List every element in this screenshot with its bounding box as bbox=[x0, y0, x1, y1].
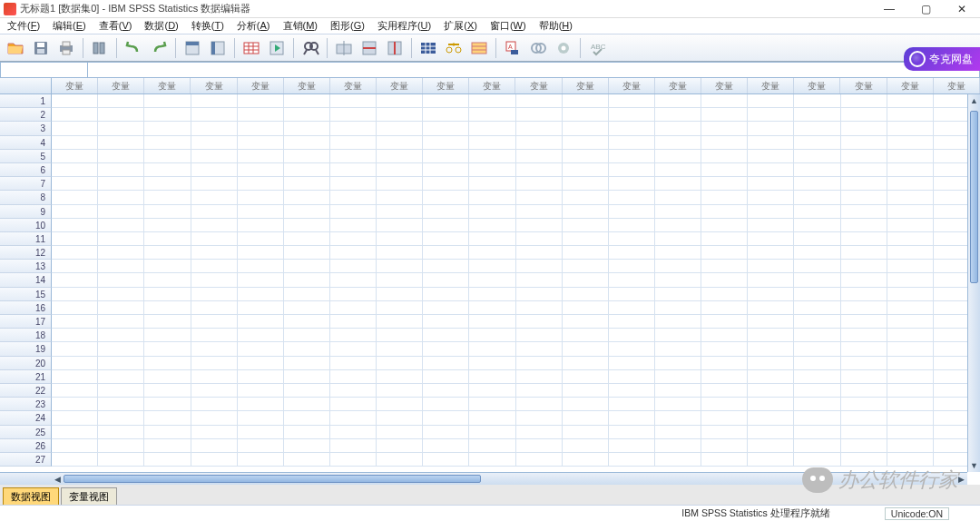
column-header[interactable]: 变量 bbox=[191, 78, 237, 93]
row-header[interactable]: 6 bbox=[0, 163, 52, 177]
data-cell[interactable] bbox=[191, 163, 238, 177]
data-cell[interactable] bbox=[144, 163, 191, 177]
data-cell[interactable] bbox=[887, 342, 934, 356]
data-cell[interactable] bbox=[748, 384, 794, 398]
data-cell[interactable] bbox=[191, 370, 238, 384]
data-cell[interactable] bbox=[330, 411, 377, 425]
data-cell[interactable] bbox=[469, 315, 515, 329]
data-cell[interactable] bbox=[98, 398, 144, 411]
data-cell[interactable] bbox=[98, 315, 144, 329]
data-cell[interactable] bbox=[377, 411, 423, 425]
data-cell[interactable] bbox=[191, 315, 238, 329]
data-cell[interactable] bbox=[191, 232, 238, 246]
data-cell[interactable] bbox=[609, 301, 655, 315]
data-cell[interactable] bbox=[469, 94, 515, 108]
data-cell[interactable] bbox=[144, 411, 191, 425]
data-cell[interactable] bbox=[191, 357, 238, 370]
data-cell[interactable] bbox=[794, 232, 840, 246]
data-cell[interactable] bbox=[191, 273, 238, 287]
data-cell[interactable] bbox=[423, 329, 469, 342]
select-cases-icon[interactable] bbox=[416, 37, 440, 59]
data-cell[interactable] bbox=[423, 94, 469, 108]
data-cell[interactable] bbox=[609, 411, 655, 425]
data-cell[interactable] bbox=[516, 301, 563, 315]
data-cell[interactable] bbox=[144, 94, 191, 108]
data-cell[interactable] bbox=[655, 426, 701, 439]
data-cell[interactable] bbox=[701, 384, 748, 398]
vertical-scrollbar[interactable]: ▲ ▼ bbox=[967, 94, 980, 472]
data-cell[interactable] bbox=[330, 260, 377, 273]
data-cell[interactable] bbox=[377, 108, 423, 122]
row-header[interactable]: 4 bbox=[0, 136, 52, 150]
data-cell[interactable] bbox=[609, 370, 655, 384]
data-cell[interactable] bbox=[563, 163, 609, 177]
data-cell[interactable] bbox=[144, 453, 191, 467]
data-cell[interactable] bbox=[563, 329, 609, 342]
data-cell[interactable] bbox=[469, 439, 515, 453]
data-cell[interactable] bbox=[655, 288, 701, 301]
data-cell[interactable] bbox=[52, 426, 98, 439]
data-cell[interactable] bbox=[191, 219, 238, 232]
data-cell[interactable] bbox=[423, 439, 469, 453]
data-cell[interactable] bbox=[144, 315, 191, 329]
data-cell[interactable] bbox=[144, 439, 191, 453]
data-cell[interactable] bbox=[516, 205, 563, 219]
data-cell[interactable] bbox=[748, 398, 794, 411]
data-cell[interactable] bbox=[563, 273, 609, 287]
menu-x[interactable]: 扩展(X) bbox=[438, 18, 483, 34]
data-cell[interactable] bbox=[98, 232, 144, 246]
data-cell[interactable] bbox=[655, 94, 701, 108]
column-header[interactable]: 变量 bbox=[934, 78, 980, 93]
data-cell[interactable] bbox=[377, 177, 423, 191]
data-cell[interactable] bbox=[887, 329, 934, 342]
data-cell[interactable] bbox=[377, 426, 423, 439]
data-cell[interactable] bbox=[841, 453, 887, 467]
data-cell[interactable] bbox=[52, 384, 98, 398]
maximize-button[interactable]: ▢ bbox=[907, 0, 944, 18]
data-cell[interactable] bbox=[748, 411, 794, 425]
column-header[interactable]: 变量 bbox=[840, 78, 887, 93]
row-header[interactable]: 20 bbox=[0, 357, 52, 370]
data-cell[interactable] bbox=[609, 329, 655, 342]
data-cell[interactable] bbox=[748, 453, 794, 467]
data-cell[interactable] bbox=[284, 426, 330, 439]
menu-t[interactable]: 转换(T) bbox=[186, 18, 230, 34]
data-cell[interactable] bbox=[563, 177, 609, 191]
data-cell[interactable] bbox=[794, 260, 840, 273]
data-cell[interactable] bbox=[563, 150, 609, 163]
data-cell[interactable] bbox=[98, 108, 144, 122]
data-cell[interactable] bbox=[191, 288, 238, 301]
data-cell[interactable] bbox=[609, 273, 655, 287]
data-cell[interactable] bbox=[423, 246, 469, 260]
data-cell[interactable] bbox=[330, 163, 377, 177]
data-cell[interactable] bbox=[191, 301, 238, 315]
data-cell[interactable] bbox=[98, 191, 144, 204]
row-header[interactable]: 17 bbox=[0, 315, 52, 329]
data-cell[interactable] bbox=[238, 357, 284, 370]
menu-e[interactable]: 编辑(E) bbox=[47, 18, 92, 34]
data-cell[interactable] bbox=[516, 191, 563, 204]
column-header[interactable]: 变量 bbox=[238, 78, 284, 93]
data-cell[interactable] bbox=[563, 136, 609, 150]
data-cell[interactable] bbox=[748, 370, 794, 384]
data-cell[interactable] bbox=[377, 219, 423, 232]
data-cell[interactable] bbox=[841, 260, 887, 273]
data-cell[interactable] bbox=[516, 108, 563, 122]
data-cell[interactable] bbox=[469, 342, 515, 356]
data-cell[interactable] bbox=[841, 219, 887, 232]
column-header[interactable]: 变量 bbox=[563, 78, 609, 93]
data-cell[interactable] bbox=[284, 163, 330, 177]
data-cell[interactable] bbox=[52, 177, 98, 191]
data-cell[interactable] bbox=[469, 370, 515, 384]
data-cell[interactable] bbox=[887, 177, 934, 191]
row-header[interactable]: 23 bbox=[0, 398, 52, 411]
print-icon[interactable] bbox=[54, 37, 78, 59]
data-cell[interactable] bbox=[52, 329, 98, 342]
data-cell[interactable] bbox=[701, 232, 748, 246]
data-cell[interactable] bbox=[794, 439, 840, 453]
data-cell[interactable] bbox=[748, 232, 794, 246]
column-header[interactable]: 变量 bbox=[701, 78, 748, 93]
data-cell[interactable] bbox=[377, 398, 423, 411]
data-cell[interactable] bbox=[330, 288, 377, 301]
data-cell[interactable] bbox=[238, 205, 284, 219]
